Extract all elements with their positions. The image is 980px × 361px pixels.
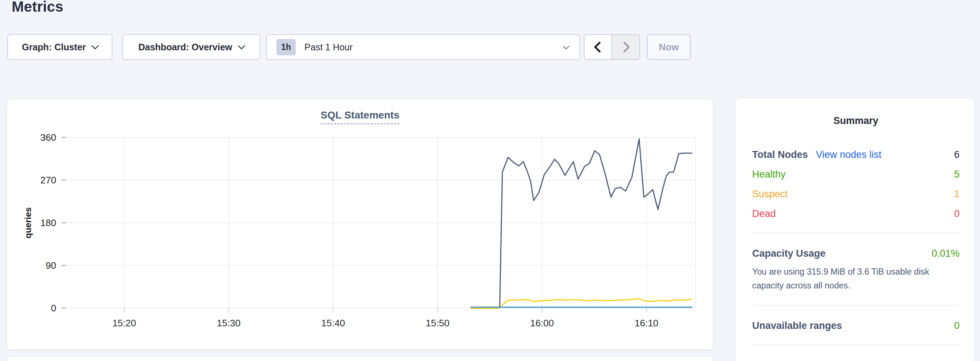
unavailable-ranges-section: Unavailable ranges 0 [752,320,959,332]
capacity-usage-label: Capacity Usage [752,247,826,260]
svg-text:15:50: 15:50 [426,318,449,329]
graph-dropdown[interactable]: Graph: Cluster [7,34,113,60]
sql-statements-chart-card: SQL Statements 09018027036015:2015:3015:… [7,99,713,349]
capacity-usage-description: You are using 315.9 MiB of 3.6 TiB usabl… [752,265,959,292]
suspect-nodes-row: Suspect 1 [752,188,959,201]
svg-text:16:10: 16:10 [635,318,658,329]
dead-label: Dead [752,207,776,220]
dashboard-dropdown[interactable]: Dashboard: Overview [123,34,260,60]
chevron-down-icon [91,41,99,49]
now-button-label: Now [659,41,679,53]
dead-value: 0 [954,207,959,220]
queries-per-second-value: 328.9 [935,359,959,361]
time-range-dropdown[interactable]: 1h Past 1 Hour [266,34,580,60]
svg-text:90: 90 [46,260,56,271]
chevron-down-icon [238,41,245,49]
total-nodes-value: 6 [954,149,959,161]
summary-panel: Summary Total Nodes View nodes list 6 He… [735,98,974,361]
dead-nodes-row: Dead 0 [752,207,959,220]
chevron-right-icon [619,41,630,52]
divider [752,305,959,306]
total-nodes-label: Total Nodes [752,149,808,161]
healthy-label: Healthy [752,168,786,181]
svg-text:queries: queries [23,207,33,238]
capacity-usage-section: Capacity Usage 0.01% You are using 315.9… [752,247,959,292]
time-step-buttons [584,34,640,60]
page-title: Metrics [12,0,63,15]
time-range-label: Past 1 Hour [304,42,353,52]
sql-statements-chart-plot[interactable]: 09018027036015:2015:3015:4015:5016:0016:… [7,99,713,349]
svg-text:0: 0 [51,302,56,314]
svg-text:180: 180 [41,217,56,228]
queries-per-second-label: Queries per second [752,359,844,361]
time-range-badge: 1h [277,39,296,55]
dashboard-dropdown-label: Dashboard: Overview [138,42,232,52]
divider [752,345,959,345]
svg-text:15:30: 15:30 [217,318,240,329]
svg-text:15:40: 15:40 [321,318,345,329]
svg-text:360: 360 [41,132,56,143]
chevron-left-icon [594,41,605,52]
view-nodes-list-link[interactable]: View nodes list [816,149,882,161]
divider [752,233,959,233]
total-nodes-row: Total Nodes View nodes list 6 [752,149,959,161]
now-button[interactable]: Now [647,34,691,60]
svg-text:270: 270 [41,175,56,185]
suspect-value: 1 [954,188,959,201]
chevron-down-icon [563,43,569,49]
summary-title: Summary [752,115,959,127]
suspect-label: Suspect [752,188,788,201]
capacity-usage-value: 0.01% [931,247,959,260]
next-timespan-button-disabled[interactable] [612,35,640,59]
next-chart-card-partial [7,356,713,361]
healthy-value: 5 [954,168,959,181]
graph-dropdown-label: Graph: Cluster [22,42,86,52]
healthy-nodes-row: Healthy 5 [752,168,959,181]
previous-timespan-button[interactable] [585,35,612,59]
unavailable-ranges-value: 0 [954,320,959,332]
queries-per-second-section: Queries per second 328.9 Sum of Selects,… [752,359,959,361]
unavailable-ranges-label: Unavailable ranges [752,320,842,332]
svg-text:16:00: 16:00 [530,318,554,329]
svg-text:15:20: 15:20 [113,318,136,329]
